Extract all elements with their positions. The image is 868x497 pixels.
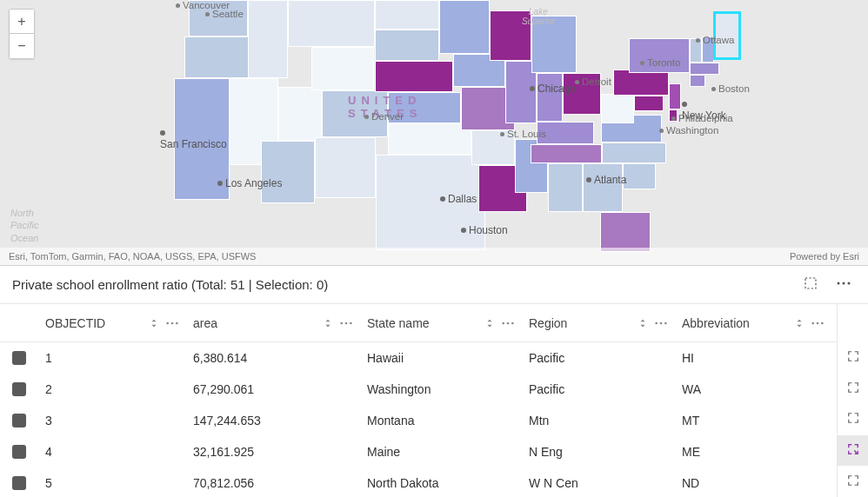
ellipsis-icon — [836, 275, 851, 294]
column-menu-button[interactable] — [654, 321, 668, 325]
row-select-checkbox[interactable] — [12, 382, 26, 396]
map[interactable]: + − North Pacific Ocean Lake Superior UN… — [0, 0, 868, 266]
state-ut[interactable] — [278, 87, 322, 141]
row-select-checkbox[interactable] — [12, 476, 26, 490]
zoom-in-button[interactable]: + — [10, 10, 34, 34]
svg-point-13 — [655, 321, 658, 324]
cell-state: North Dakota — [360, 476, 522, 490]
state-co[interactable] — [322, 90, 388, 137]
state-id[interactable] — [248, 0, 288, 78]
state-fl[interactable] — [600, 212, 651, 252]
map-attribution: Esri, TomTom, Garmin, FAO, NOAA, USGS, E… — [0, 248, 868, 265]
table-row[interactable]: 432,161.925MaineN EngME — [0, 436, 837, 467]
state-ct[interactable] — [690, 75, 705, 87]
state-nd[interactable] — [375, 0, 439, 30]
cell-region: Pacific — [522, 382, 675, 396]
more-options-button[interactable] — [831, 273, 856, 297]
state-me[interactable] — [714, 12, 740, 59]
zoom-to-row-button[interactable] — [838, 435, 868, 467]
svg-point-11 — [507, 321, 510, 324]
cell-state: Montana — [360, 414, 522, 427]
cell-state: Maine — [360, 445, 522, 459]
state-ky[interactable] — [537, 122, 594, 144]
state-de[interactable] — [669, 109, 678, 122]
state-oh[interactable] — [563, 73, 601, 115]
state-mt[interactable] — [288, 0, 375, 47]
svg-point-15 — [664, 321, 667, 324]
cell-objectid: 1 — [38, 351, 186, 365]
column-header-area[interactable]: area — [186, 316, 360, 330]
column-menu-button[interactable] — [165, 321, 179, 325]
row-select-checkbox[interactable] — [12, 414, 26, 427]
selection-tool-button[interactable] — [798, 273, 823, 297]
cell-region: Mtn — [522, 414, 675, 427]
state-vt[interactable] — [690, 38, 702, 63]
lake-superior-label: Lake Superior — [522, 7, 555, 26]
sort-icon[interactable] — [148, 317, 160, 329]
state-or[interactable] — [184, 36, 249, 78]
cell-abbr: ME — [675, 445, 831, 459]
table-row[interactable]: 267,290.061WashingtonPacificWA — [0, 374, 837, 405]
state-tx[interactable] — [376, 155, 485, 250]
zoom-to-row-button[interactable] — [838, 373, 868, 404]
state-ks[interactable] — [388, 92, 461, 123]
table-row[interactable]: 16,380.614HawaiiPacificHI — [0, 342, 837, 374]
state-ok[interactable] — [388, 123, 471, 155]
state-ma[interactable] — [690, 63, 719, 75]
zoom-to-row-button[interactable] — [838, 466, 868, 497]
zoom-to-feature-icon — [847, 443, 859, 458]
svg-point-1 — [838, 282, 840, 285]
state-sc[interactable] — [623, 163, 656, 189]
cell-region: N Eng — [522, 445, 675, 459]
zoom-to-row-button[interactable] — [838, 404, 868, 435]
column-menu-button[interactable] — [811, 321, 825, 325]
table-row[interactable]: 570,812.056North DakotaW N CenND — [0, 467, 837, 497]
svg-point-5 — [171, 321, 174, 324]
zoom-to-row-button[interactable] — [838, 342, 868, 374]
svg-point-16 — [811, 321, 814, 324]
state-nm[interactable] — [315, 137, 376, 198]
zoom-out-button[interactable]: − — [10, 34, 34, 58]
state-wa[interactable] — [189, 0, 248, 36]
svg-point-3 — [848, 282, 851, 285]
state-tn[interactable] — [531, 144, 602, 163]
state-al[interactable] — [548, 163, 583, 212]
state-md[interactable] — [634, 96, 664, 111]
state-in[interactable] — [537, 73, 563, 122]
row-select-checkbox[interactable] — [12, 351, 26, 365]
state-ne[interactable] — [375, 61, 453, 92]
cell-area: 32,161.925 — [186, 445, 360, 459]
state-pa[interactable] — [613, 70, 669, 96]
row-select-checkbox[interactable] — [12, 445, 26, 459]
state-wv[interactable] — [601, 94, 634, 123]
state-wy[interactable] — [311, 47, 374, 90]
cell-area: 147,244.653 — [186, 414, 360, 427]
cell-area: 67,290.061 — [186, 382, 360, 396]
sort-icon[interactable] — [322, 317, 334, 329]
sort-icon[interactable] — [637, 317, 649, 329]
column-menu-button[interactable] — [501, 321, 515, 325]
state-ar[interactable] — [471, 130, 515, 165]
state-ca[interactable] — [174, 78, 230, 200]
column-header-objectid[interactable]: OBJECTID — [38, 316, 186, 330]
state-mn[interactable] — [439, 0, 490, 54]
column-header-abbr[interactable]: Abbreviation — [675, 316, 831, 330]
state-az[interactable] — [261, 141, 315, 203]
column-header-region[interactable]: Region — [522, 316, 675, 330]
cell-abbr: HI — [675, 351, 831, 365]
state-nh[interactable] — [702, 36, 714, 63]
table-row[interactable]: 3147,244.653MontanaMtnMT — [0, 405, 837, 436]
svg-point-6 — [176, 321, 178, 324]
svg-point-8 — [345, 321, 348, 324]
state-nj[interactable] — [669, 83, 681, 109]
state-ny[interactable] — [629, 38, 690, 73]
state-ga[interactable] — [583, 163, 623, 212]
state-nc[interactable] — [602, 142, 666, 163]
column-menu-button[interactable] — [339, 321, 353, 325]
state-sd[interactable] — [375, 30, 439, 61]
svg-point-4 — [166, 321, 169, 324]
sort-icon[interactable] — [484, 317, 496, 329]
column-header-state[interactable]: State name — [360, 316, 522, 330]
cell-area: 6,380.614 — [186, 351, 360, 365]
sort-icon[interactable] — [793, 317, 805, 329]
